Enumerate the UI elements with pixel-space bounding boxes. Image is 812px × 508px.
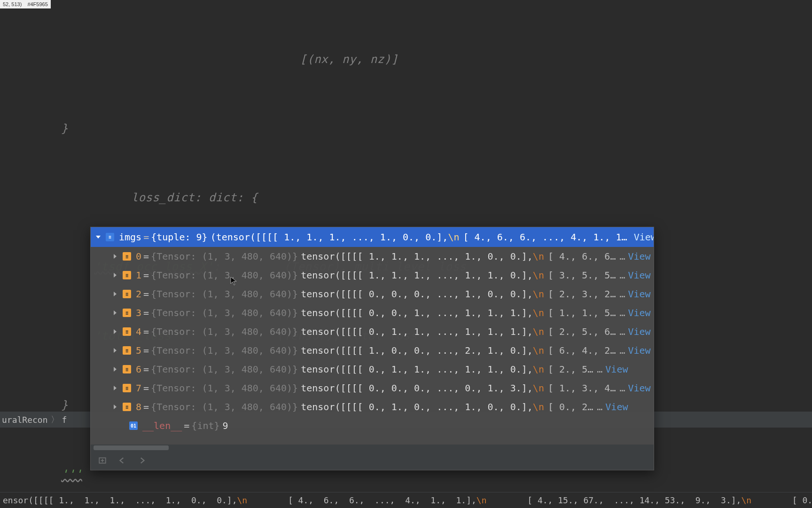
view-link[interactable]: View bbox=[628, 345, 651, 356]
view-link[interactable]: View bbox=[628, 382, 651, 394]
comment-line: [(nx, ny, nz)] bbox=[61, 48, 398, 71]
docstring-end: ''' bbox=[61, 463, 82, 486]
inspector-len-row[interactable]: 01 __len__= {int} 9 bbox=[91, 416, 654, 435]
scrollbar-thumb[interactable] bbox=[94, 445, 169, 450]
chevron-right-icon[interactable] bbox=[111, 347, 119, 354]
view-link[interactable]: View bbox=[628, 326, 651, 337]
tensor-icon: ≡ bbox=[123, 271, 131, 279]
inspector-item-row[interactable]: ≡ 3= {Tensor: (1, 3, 480, 640)} tensor([… bbox=[91, 303, 654, 322]
chevron-right-icon[interactable] bbox=[111, 290, 119, 298]
mouse-cursor-icon bbox=[230, 277, 237, 286]
chevron-right-icon[interactable] bbox=[111, 365, 119, 373]
view-link[interactable]: View bbox=[628, 307, 651, 318]
int-icon: 01 bbox=[129, 421, 138, 430]
view-link[interactable]: View bbox=[605, 364, 628, 375]
view-link[interactable]: View bbox=[605, 401, 628, 413]
view-link[interactable]: View bbox=[634, 231, 654, 243]
inspector-item-row[interactable]: ≡ 2= {Tensor: (1, 3, 480, 640)} tensor([… bbox=[91, 285, 654, 303]
inspector-item-row[interactable]: ≡ 1= {Tensor: (1, 3, 480, 640)} tensor([… bbox=[91, 266, 654, 285]
inspector-item-row[interactable]: ≡ 7= {Tensor: (1, 3, 480, 640)} tensor([… bbox=[91, 379, 654, 397]
chevron-right-icon[interactable] bbox=[111, 271, 119, 279]
comment-brace: } bbox=[61, 117, 68, 140]
chevron-right-icon: 〉 bbox=[51, 414, 59, 425]
nav-forward-icon[interactable] bbox=[137, 455, 147, 466]
tensor-icon: ≡ bbox=[123, 365, 131, 373]
chevron-right-icon[interactable] bbox=[111, 403, 119, 411]
chevron-right-icon[interactable] bbox=[111, 309, 119, 317]
tensor-icon: ≡ bbox=[123, 384, 131, 392]
add-watch-icon[interactable] bbox=[97, 455, 108, 466]
inspector-item-row[interactable]: ≡ 6= {Tensor: (1, 3, 480, 640)} tensor([… bbox=[91, 360, 654, 379]
tensor-icon: ≡ bbox=[123, 346, 131, 355]
inspector-item-row[interactable]: ≡ 8= {Tensor: (1, 3, 480, 640)} tensor([… bbox=[91, 397, 654, 416]
view-link[interactable]: View bbox=[628, 288, 651, 300]
status-coords-bar: 52, 513) #4F5965 bbox=[0, 0, 51, 8]
tensor-icon: ≡ bbox=[123, 327, 131, 336]
inspector-root-row[interactable]: ≡ imgs = {tuple: 9} (tensor([[[[ 1., 1.,… bbox=[91, 227, 654, 247]
inspector-item-row[interactable]: ≡ 5= {Tensor: (1, 3, 480, 640)} tensor([… bbox=[91, 341, 654, 360]
popup-hscrollbar[interactable] bbox=[91, 444, 654, 451]
popup-nav-bar bbox=[91, 451, 654, 470]
breadcrumb-item[interactable]: f bbox=[62, 415, 67, 425]
debug-inspector-popup[interactable]: ≡ imgs = {tuple: 9} (tensor([[[[ 1., 1.,… bbox=[90, 227, 654, 470]
tensor-icon: ≡ bbox=[123, 403, 131, 411]
cursor-coords: 52, 513) bbox=[3, 1, 22, 7]
tensor-icon: ≡ bbox=[123, 252, 131, 261]
tensor-icon: ≡ bbox=[123, 309, 131, 317]
view-link[interactable]: View bbox=[628, 251, 651, 262]
breadcrumb-item[interactable]: uralRecon bbox=[2, 415, 48, 425]
tuple-icon: ≡ bbox=[106, 233, 114, 241]
nav-back-icon[interactable] bbox=[117, 455, 127, 466]
inspector-item-row[interactable]: ≡ 4= {Tensor: (1, 3, 480, 640)} tensor([… bbox=[91, 322, 654, 341]
chevron-right-icon[interactable] bbox=[111, 328, 119, 335]
chevron-right-icon[interactable] bbox=[111, 253, 119, 260]
comment-lossdict: loss_dict: dict: { bbox=[61, 186, 258, 209]
debug-value-bar: ensor([[[[ 1., 1., 1., ..., 1., 0., 0.],… bbox=[0, 492, 812, 508]
chevron-down-icon[interactable] bbox=[94, 233, 102, 241]
pixel-hex: #4F5965 bbox=[27, 1, 47, 7]
tensor-icon: ≡ bbox=[123, 290, 131, 298]
chevron-right-icon[interactable] bbox=[111, 384, 119, 392]
view-link[interactable]: View bbox=[628, 270, 651, 281]
inspector-item-row[interactable]: ≡ 0= {Tensor: (1, 3, 480, 640)} tensor([… bbox=[91, 247, 654, 266]
